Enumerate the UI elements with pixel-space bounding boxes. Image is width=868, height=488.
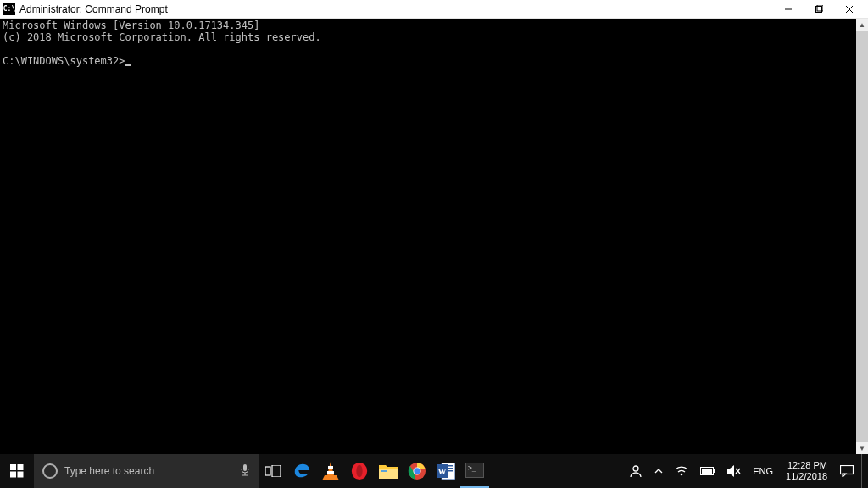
language-indicator[interactable]: ENG xyxy=(748,454,777,488)
svg-rect-15 xyxy=(328,466,333,469)
terminal-line: Microsoft Windows [Version 10.0.17134.34… xyxy=(3,19,259,31)
word-button[interactable]: W xyxy=(431,454,460,488)
edge-button[interactable] xyxy=(287,454,316,488)
cortana-icon xyxy=(42,463,58,479)
taskbar-pinned-apps: W xyxy=(259,454,489,488)
svg-rect-16 xyxy=(327,471,334,474)
scroll-thumb[interactable] xyxy=(856,30,868,442)
word-icon: W xyxy=(436,461,456,481)
terminal-output[interactable]: Microsoft Windows [Version 10.0.17134.34… xyxy=(0,19,868,454)
clock-button[interactable]: 12:28 PM 11/2/2018 xyxy=(781,454,832,488)
svg-rect-9 xyxy=(243,464,247,471)
volume-button[interactable] xyxy=(723,454,745,488)
svg-point-31 xyxy=(633,466,638,471)
window-title-bar[interactable]: C:\ Administrator: Command Prompt xyxy=(0,0,868,19)
svg-point-19 xyxy=(356,465,362,478)
svg-rect-12 xyxy=(265,467,270,475)
language-label: ENG xyxy=(753,466,773,476)
terminal-prompt: C:\WINDOWS\system32> xyxy=(3,55,125,67)
terminal-line: (c) 2018 Microsoft Corporation. All righ… xyxy=(3,31,321,43)
battery-icon xyxy=(700,467,715,475)
action-center-button[interactable] xyxy=(836,454,858,488)
scroll-down-arrow[interactable]: ▼ xyxy=(856,442,868,454)
cmd-taskbar-icon xyxy=(465,463,484,478)
svg-rect-7 xyxy=(10,472,16,478)
battery-button[interactable] xyxy=(696,454,720,488)
search-box[interactable]: Type here to search xyxy=(34,454,259,488)
clock-time: 12:28 PM xyxy=(787,460,827,471)
svg-rect-20 xyxy=(379,469,398,479)
svg-rect-8 xyxy=(18,472,24,478)
task-view-icon xyxy=(265,465,281,477)
show-desktop-button[interactable] xyxy=(861,454,866,488)
svg-rect-35 xyxy=(702,469,712,474)
search-placeholder: Type here to search xyxy=(64,465,154,477)
people-button[interactable] xyxy=(625,454,647,488)
svg-point-24 xyxy=(414,468,420,474)
taskbar: Type here to search xyxy=(0,454,868,488)
system-tray: ENG 12:28 PM 11/2/2018 xyxy=(623,454,868,488)
svg-marker-17 xyxy=(322,475,339,480)
maximize-button[interactable] xyxy=(804,0,834,19)
window-title: Administrator: Command Prompt xyxy=(19,3,168,15)
opera-icon xyxy=(349,461,370,481)
volume-mute-icon xyxy=(727,465,741,477)
opera-button[interactable] xyxy=(345,454,374,488)
svg-text:W: W xyxy=(438,467,447,476)
cmd-icon: C:\ xyxy=(3,3,15,15)
svg-rect-34 xyxy=(714,469,715,473)
svg-marker-36 xyxy=(727,465,734,477)
action-center-icon xyxy=(840,465,854,477)
start-button[interactable] xyxy=(0,454,34,488)
svg-rect-13 xyxy=(272,465,281,477)
minimize-button[interactable] xyxy=(773,0,804,19)
task-view-button[interactable] xyxy=(259,454,287,488)
tray-overflow-button[interactable] xyxy=(650,454,667,488)
edge-icon xyxy=(292,461,312,481)
scroll-up-arrow[interactable]: ▲ xyxy=(856,19,868,30)
people-icon xyxy=(629,464,643,478)
clock-date: 11/2/2018 xyxy=(786,471,827,482)
chrome-icon xyxy=(407,461,427,481)
chevron-up-icon xyxy=(654,468,663,474)
vlc-button[interactable] xyxy=(316,454,345,488)
svg-rect-6 xyxy=(18,464,24,470)
svg-rect-21 xyxy=(381,470,387,472)
terminal-cursor xyxy=(125,64,131,66)
svg-marker-40 xyxy=(843,474,846,477)
cmd-taskbar-button[interactable] xyxy=(460,454,489,488)
microphone-icon[interactable] xyxy=(240,463,250,480)
network-button[interactable] xyxy=(670,454,693,488)
svg-rect-39 xyxy=(841,466,854,474)
command-prompt-window: C:\ Administrator: Command Prompt Micros… xyxy=(0,0,868,454)
file-explorer-button[interactable] xyxy=(374,454,403,488)
file-explorer-icon xyxy=(378,461,398,481)
vertical-scrollbar[interactable]: ▲ ▼ xyxy=(856,19,868,454)
svg-rect-5 xyxy=(10,464,16,470)
windows-icon xyxy=(10,464,24,478)
svg-point-32 xyxy=(681,474,683,476)
vlc-icon xyxy=(320,461,341,481)
scroll-track[interactable] xyxy=(856,30,868,442)
wifi-icon xyxy=(675,466,688,476)
chrome-button[interactable] xyxy=(403,454,431,488)
close-button[interactable] xyxy=(834,0,865,19)
